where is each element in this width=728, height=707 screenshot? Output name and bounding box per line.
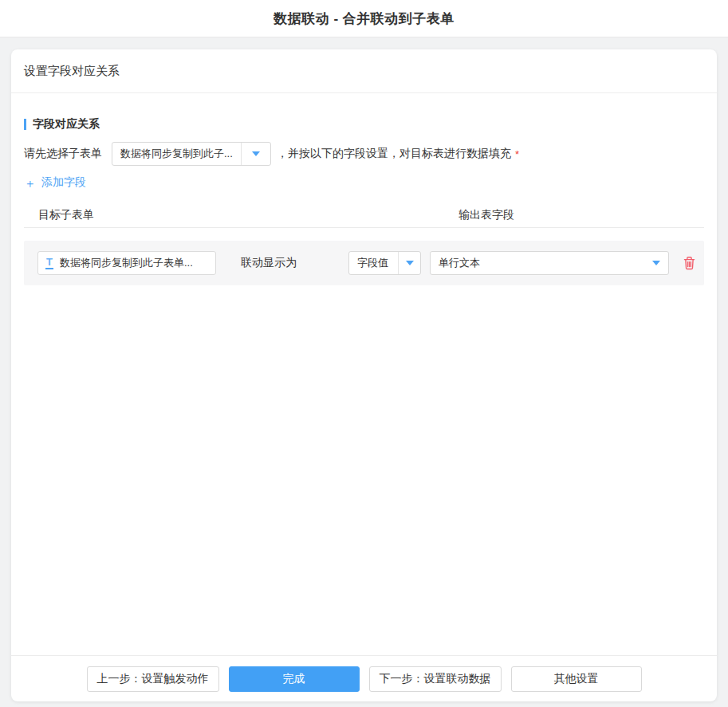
- mapping-table-row: T 数据将同步复制到此子表单... 联动显示为 字段值 单行文本: [24, 241, 704, 285]
- column-header-output-field: 输出表字段: [458, 208, 514, 222]
- prev-step-button[interactable]: 上一步：设置触发动作: [87, 666, 219, 692]
- chevron-down-icon: [398, 252, 420, 274]
- page: 数据联动 - 合并联动到子表单 设置字段对应关系 字段对应关系 请先选择子表单 …: [0, 0, 728, 707]
- footer-actions: 上一步：设置触发动作 完成 下一步：设置联动数据 其他设置: [11, 655, 717, 701]
- next-step-button[interactable]: 下一步：设置联动数据: [369, 666, 502, 692]
- finish-button[interactable]: 完成: [229, 666, 360, 692]
- subform-select-value: 数据将同步复制到此子...: [112, 147, 241, 161]
- panel-header: 设置字段对应关系: [11, 49, 717, 93]
- mapping-table-header: 目标子表单 输出表字段: [24, 208, 704, 228]
- value-type-select[interactable]: 字段值: [348, 251, 421, 275]
- panel-title: 设置字段对应关系: [24, 64, 120, 79]
- section-accent-bar: [24, 119, 26, 130]
- delete-row-button[interactable]: [683, 256, 696, 270]
- add-field-label: 添加字段: [41, 175, 86, 190]
- single-line-text-icon: T: [45, 257, 53, 269]
- section-title-label: 字段对应关系: [33, 117, 100, 132]
- chevron-down-icon: [241, 143, 270, 165]
- selector-suffix-text: ，并按以下的字段设置，对目标表进行数据填充: [277, 147, 511, 161]
- output-field-select[interactable]: 单行文本: [430, 251, 669, 275]
- plus-icon: ＋: [24, 177, 36, 189]
- subform-select-label: 请先选择子表单: [24, 147, 102, 161]
- chevron-down-icon: [644, 252, 668, 274]
- column-header-target-subform: 目标子表单: [38, 208, 94, 222]
- other-settings-button[interactable]: 其他设置: [511, 666, 642, 692]
- settings-panel: 设置字段对应关系 字段对应关系 请先选择子表单 数据将同步复制到此子... ，并…: [11, 49, 717, 701]
- section-title: 字段对应关系: [24, 117, 704, 132]
- subform-select[interactable]: 数据将同步复制到此子...: [112, 142, 271, 166]
- target-field-box: T 数据将同步复制到此子表单...: [37, 251, 216, 275]
- output-field-select-value: 单行文本: [431, 256, 644, 270]
- add-field-button[interactable]: ＋ 添加字段: [24, 175, 86, 190]
- target-field-name: 数据将同步复制到此子表单...: [60, 256, 193, 270]
- subform-selector-row: 请先选择子表单 数据将同步复制到此子... ，并按以下的字段设置，对目标表进行数…: [24, 142, 704, 166]
- top-bar: 数据联动 - 合并联动到子表单: [0, 0, 728, 37]
- trash-icon: [683, 256, 696, 270]
- panel-content: 字段对应关系 请先选择子表单 数据将同步复制到此子... ，并按以下的字段设置，…: [11, 117, 717, 285]
- value-type-select-value: 字段值: [349, 256, 398, 270]
- required-asterisk: *: [515, 148, 519, 160]
- page-title: 数据联动 - 合并联动到子表单: [273, 10, 455, 28]
- link-display-label: 联动显示为: [241, 256, 297, 270]
